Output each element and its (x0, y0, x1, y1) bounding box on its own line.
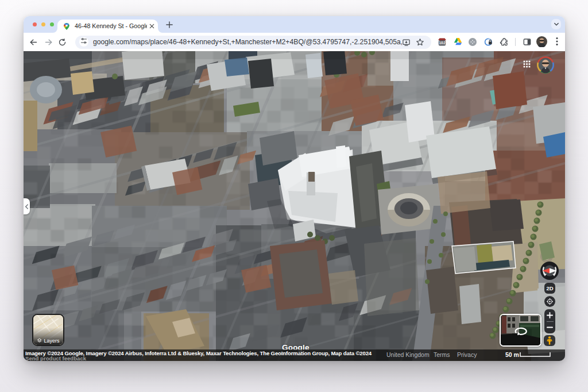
svg-text:102: 102 (439, 41, 446, 45)
